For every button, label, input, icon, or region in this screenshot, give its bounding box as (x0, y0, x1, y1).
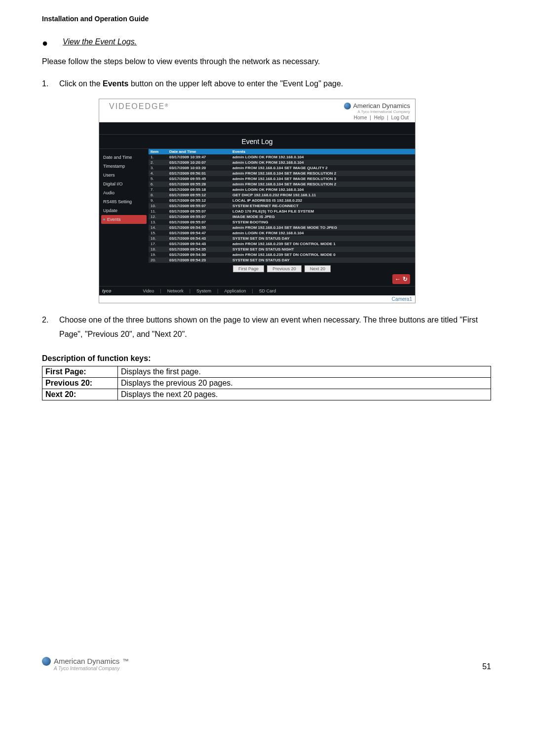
bottom-nav: tyco Video| Network| System| Application… (99, 286, 415, 295)
cell-datetime: 03/17/2009 09:55:12 (167, 192, 230, 198)
cell-event: admin FROM 192.168.0.104 SET IMAGE RESOL… (230, 171, 415, 176)
next-20-button[interactable]: Next 20 (305, 265, 331, 272)
sidebar-item-audio[interactable]: Audio (101, 188, 147, 197)
cell-event: admin FROM 192.168.0.239 SET DN CONTROL … (230, 241, 415, 247)
cell-datetime: 03/17/2009 09:55:07 (167, 203, 230, 209)
cell-event: LOAD 170 FILE(S) TO FLASH FILE SYSTEM (230, 209, 415, 214)
cell-item: 17. (149, 241, 167, 247)
cell-datetime: 03/17/2009 10:20:07 (167, 160, 230, 165)
cell-event: admin FROM 192.168.0.104 SET IMAGE RESOL… (230, 181, 415, 187)
previous-20-button[interactable]: Previous 20 (267, 265, 302, 272)
fk-prev20-key: Previous 20: (42, 377, 118, 389)
bullet-text: View the Event Logs. (63, 37, 137, 46)
tab-application[interactable]: Application (224, 288, 246, 293)
first-page-button[interactable]: First Page (233, 265, 264, 272)
step-number: 1. (42, 77, 59, 91)
cell-event: SYSTEM SET DN STATUS DAY (230, 257, 415, 263)
table-row: Previous 20:Displays the previous 20 pag… (42, 377, 491, 389)
cell-datetime: 03/17/2009 09:55:07 (167, 209, 230, 214)
table-row: 9.03/17/2009 09:55:12LOCAL IP ADDRESS IS… (149, 198, 415, 203)
cell-item: 4. (149, 171, 167, 176)
top-links: Home | Help | Log Out (99, 115, 415, 122)
fk-first-page-val: Displays the first page. (118, 366, 491, 377)
table-row: 12.03/17/2009 09:55:07IMAGE MODE IS JPEG (149, 214, 415, 219)
step-1-text: Click on the Events button on the upper … (59, 77, 491, 91)
sidebar-item-update[interactable]: Update (101, 206, 147, 215)
table-row: 17.03/17/2009 09:54:43admin FROM 192.168… (149, 241, 415, 247)
cell-item: 5. (149, 176, 167, 181)
sidebar-item-datetime[interactable]: Date and Time (101, 153, 147, 162)
tab-sdcard[interactable]: SD Card (259, 288, 276, 293)
sidebar-item-events[interactable]: Events (101, 215, 147, 224)
cell-event: SYSTEM SET DN STATUS DAY (230, 236, 415, 241)
page-footer: American Dynamics™ A Tyco International … (42, 657, 491, 671)
sidebar-item-digital-io[interactable]: Digital I/O (101, 180, 147, 188)
sidebar: Date and Time Timestamp Users Digital I/… (99, 149, 149, 286)
cell-item: 18. (149, 247, 167, 252)
cell-item: 11. (149, 209, 167, 214)
cell-item: 1. (149, 154, 167, 160)
sidebar-item-users[interactable]: Users (101, 171, 147, 180)
footer-brand: American Dynamics™ (42, 657, 129, 666)
cell-event: admin FROM 192.168.0.104 SET IMAGE MODE … (230, 225, 415, 230)
table-row: 18.03/17/2009 09:54:35SYSTEM SET DN STAT… (149, 247, 415, 252)
cell-datetime: 03/17/2009 09:54:55 (167, 225, 230, 230)
table-row: 19.03/17/2009 09:54:30admin FROM 192.168… (149, 252, 415, 257)
page-number: 51 (482, 662, 491, 671)
cell-event: LOCAL IP ADDRESS IS 192.168.0.232 (230, 198, 415, 203)
cell-event: IMAGE MODE IS JPEG (230, 214, 415, 219)
cell-item: 3. (149, 165, 167, 171)
footer-subtitle: A Tyco International Company (54, 666, 129, 671)
tab-video[interactable]: Video (143, 288, 154, 293)
cell-item: 7. (149, 187, 167, 192)
intro-paragraph: Please follow the steps below to view ev… (42, 56, 491, 67)
table-row: 6.03/17/2009 09:55:28admin FROM 192.168.… (149, 181, 415, 187)
cell-event: SYSTEM BOOTING (230, 219, 415, 225)
cell-datetime: 03/17/2009 09:55:07 (167, 219, 230, 225)
cell-datetime: 03/17/2009 09:55:18 (167, 187, 230, 192)
cell-event: admin FROM 192.168.0.104 SET IMAGE QUALI… (230, 165, 415, 171)
cell-datetime: 03/17/2009 10:03:20 (167, 165, 230, 171)
cell-item: 10. (149, 203, 167, 209)
cell-event: admin FROM 192.168.0.239 SET DN CONTROL … (230, 252, 415, 257)
link-help[interactable]: Help (374, 115, 384, 120)
cell-item: 16. (149, 236, 167, 241)
camera-label: Camera1 (99, 295, 415, 303)
table-row: 8.03/17/2009 09:55:12GET DHCP 192.168.0.… (149, 192, 415, 198)
cell-event: SYSTEM ETHERNET RE-CONNECT (230, 203, 415, 209)
table-row: First Page:Displays the first page. (42, 366, 491, 377)
nav-icon-row: ← ↻ (149, 273, 415, 286)
table-row: 20.03/17/2009 09:54:23SYSTEM SET DN STAT… (149, 257, 415, 263)
cell-datetime: 03/17/2009 09:55:45 (167, 176, 230, 181)
cell-item: 14. (149, 225, 167, 230)
fk-prev20-val: Displays the previous 20 pages. (118, 377, 491, 389)
step-1: 1. Click on the Events button on the upp… (42, 77, 491, 91)
cell-datetime: 03/17/2009 09:54:30 (167, 252, 230, 257)
refresh-icon[interactable]: ↻ (403, 276, 408, 283)
tab-network[interactable]: Network (167, 288, 184, 293)
cell-datetime: 03/17/2009 09:55:28 (167, 181, 230, 187)
link-logout[interactable]: Log Out (391, 115, 409, 120)
bullet-dot-icon: ● (42, 37, 48, 49)
cell-datetime: 03/17/2009 09:54:43 (167, 236, 230, 241)
sidebar-item-timestamp[interactable]: Timestamp (101, 162, 147, 171)
cell-datetime: 03/17/2009 09:54:43 (167, 241, 230, 247)
tyco-logo: tyco (102, 288, 112, 293)
sidebar-item-rs485[interactable]: RS485 Setting (101, 197, 147, 206)
table-row: 7.03/17/2009 09:55:18admin LOGIN OK FROM… (149, 187, 415, 192)
table-row: 3.03/17/2009 10:03:20admin FROM 192.168.… (149, 165, 415, 171)
cell-datetime: 03/17/2009 09:55:07 (167, 214, 230, 219)
cell-datetime: 03/17/2009 09:54:47 (167, 230, 230, 236)
cell-datetime: 03/17/2009 09:55:12 (167, 198, 230, 203)
back-arrow-icon[interactable]: ← (395, 276, 401, 283)
tab-system[interactable]: System (196, 288, 211, 293)
globe-icon (344, 103, 351, 109)
brand-american-dynamics: American Dynamics A Tyco International C… (344, 102, 410, 114)
cell-event: GET DHCP 192.168.0.232 FROM 192.168.1.11 (230, 192, 415, 198)
cell-event: admin LOGIN OK FROM 192.168.0.104 (230, 230, 415, 236)
globe-icon (42, 657, 51, 666)
link-home[interactable]: Home (354, 115, 367, 120)
fk-first-page-key: First Page: (42, 366, 118, 377)
cell-item: 9. (149, 198, 167, 203)
fk-next20-key: Next 20: (42, 389, 118, 400)
